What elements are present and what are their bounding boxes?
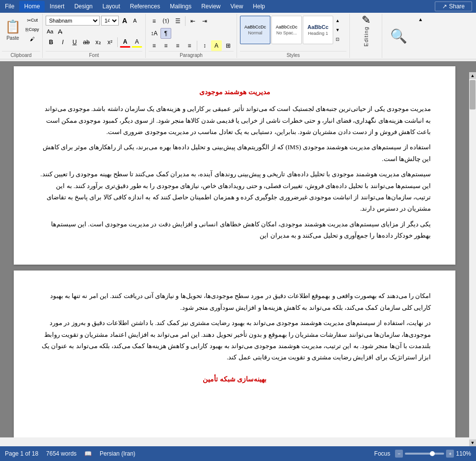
share-icon: ↗ [442,3,447,10]
style-no-spacing[interactable]: AaBbCcDc No Spac... [271,16,302,44]
styles-scroll-down[interactable]: ▼ [334,26,341,34]
align-right-button[interactable]: ≡ [172,40,183,51]
numbering-button[interactable]: ⑴ [160,16,171,27]
align-center-button[interactable]: ≡ [160,40,171,51]
justify-button[interactable]: ≡ [184,40,195,51]
align-left-button[interactable]: ≡ [149,40,159,51]
menu-layout[interactable]: Layout [98,1,125,12]
page-2-content: امکان را می‌دهند که بهصورت واقعی و بهموق… [38,290,431,385]
editing-group-label [353,57,379,58]
scrollbar-thumb[interactable] [470,80,476,109]
line-spacing-button[interactable]: ↕ [199,40,210,51]
paragraph-1-2: استفاده از سیستم‌های مدیریت هوشمند موجود… [38,141,431,164]
style-heading1-label: Heading 1 [308,31,328,36]
align-row: ≡ ≡ ≡ ≡ ↕ A ⊞ [149,40,234,51]
bullets-button[interactable]: ≡ [149,16,159,27]
scrollbar-down[interactable]: ▼ [469,439,476,446]
style-heading1[interactable]: AaBbCc Heading 1 [303,16,333,44]
show-formatting-button[interactable]: ¶ [160,28,171,39]
text-color-button[interactable]: A [120,37,131,48]
search-icon: 🔍 [390,28,407,44]
clipboard-buttons: 📋 Paste ✂ Cut ⎘ Copy 🖌 [2,16,40,51]
styles-expand[interactable]: ⊡ [334,35,341,43]
subscript-button[interactable]: x₂ [93,37,104,48]
zoom-slider-thumb [430,451,435,456]
menu-insert[interactable]: Insert [45,1,69,12]
multilevel-list-button[interactable]: ☰ [172,16,183,27]
format-painter-icon: 🖌 [30,36,35,42]
zoom-slider[interactable] [405,453,444,455]
italic-button[interactable]: I [57,37,68,48]
superscript-button[interactable]: x² [105,37,115,48]
zoom-level: 110% [456,450,471,457]
menu-file[interactable]: File [0,1,19,12]
menu-mailings[interactable]: Mailings [165,1,196,12]
clear-formatting-button[interactable]: A̶ [55,27,64,36]
styles-label: Styles [240,51,346,58]
collapse-ribbon-button[interactable]: ▲ [416,15,425,24]
page-info: Page 1 of 18 [5,450,38,457]
sort-button[interactable]: ↕A [149,28,159,39]
font-selector-row: Shabnam 14 A A [46,16,142,26]
underline-button[interactable]: U [69,37,80,48]
zoom-controls: − + 110% [395,450,471,458]
styles-scroll-up[interactable]: ▲ [334,17,341,25]
document-area[interactable]: مدیریت هوشمند موجودی مدیریت موجودی یکی ا… [0,61,476,437]
paragraph-label: Paragraph [149,51,234,58]
increase-indent-button[interactable]: ⇥ [199,16,210,27]
bold-button[interactable]: B [46,37,56,48]
paragraph-1-4: یکی دیگر از مزایای سیستم‌های مدیریت هوشم… [38,218,431,242]
status-right: Focus − + 110% [374,450,471,458]
paragraph-2-1: امکان را می‌دهند که بهصورت واقعی و بهموق… [38,290,431,313]
status-bar: Page 1 of 18 7654 words 📖 Persian (Iran)… [0,446,476,461]
strikethrough-button[interactable]: ab [81,37,92,48]
change-case-button[interactable]: Aa [46,27,54,36]
style-normal-preview: AaBbCcDc [244,25,266,29]
menu-design[interactable]: Design [69,1,97,12]
menu-view[interactable]: View [226,1,248,12]
font-size-select[interactable]: 14 [101,16,119,26]
ribbon: 📋 Paste ✂ Cut ⎘ Copy 🖌 Clipboard [0,13,476,59]
focus-button[interactable]: Focus [374,450,391,457]
cut-button[interactable]: ✂ Cut [25,16,40,25]
menu-help[interactable]: Help [248,1,270,12]
style-heading1-preview: AaBbCc [308,24,329,30]
proofing-icon: 📖 [84,450,92,457]
borders-button[interactable]: ⊞ [223,40,234,51]
format-painter-button[interactable]: 🖌 [25,34,40,43]
word-count: 7654 words [46,450,77,457]
share-button[interactable]: ↗ Share [435,1,472,11]
paste-icon: 📋 [5,19,21,34]
scrollbar-up[interactable]: ▲ [469,72,476,79]
increase-font-button[interactable]: A [120,16,129,25]
decrease-indent-button[interactable]: ⇤ [187,16,198,27]
editing-area: ✎ Editing [353,16,379,44]
styles-scroll-buttons: ▲ ▼ ⊡ [334,16,341,44]
font-format-row: B I U ab x₂ x² A A [46,37,142,48]
highlight-color-button[interactable]: A [132,37,142,48]
font-name-select[interactable]: Shabnam [46,16,100,26]
section-title-1: مدیریت هوشمند موجودی [38,86,431,98]
menu-review[interactable]: Review [196,1,225,12]
style-normal[interactable]: AaBbCcDc Normal [240,16,270,44]
decrease-font-button[interactable]: A [131,16,139,25]
editing-group: ✎ Editing [350,14,382,58]
copy-button[interactable]: ⎘ Copy [25,25,40,34]
editing-button[interactable]: ✎ Editing [354,16,378,44]
menu-home[interactable]: Home [19,1,45,12]
para-divider2 [197,41,197,51]
vertical-scrollbar[interactable]: ▲ ▼ [469,72,476,446]
cut-icon: ✂ [27,18,31,23]
clipboard-group: 📋 Paste ✂ Cut ⎘ Copy 🖌 Clipboard [0,14,43,58]
paragraph-2-2: در نهایت، استفاده از سیستم‌های مدیریت هو… [38,317,431,363]
zoom-in-button[interactable]: + [446,450,454,458]
styles-items: AaBbCcDc Normal AaBbCcDc No Spac... AaBb… [240,16,346,51]
zoom-out-button[interactable]: − [395,450,403,458]
search-button[interactable]: 🔍 [387,25,410,47]
shading-button[interactable]: A [211,40,222,51]
editing-icon: ✎ [362,14,370,27]
menu-references[interactable]: References [125,1,165,12]
style-no-spacing-label: No Spac... [276,30,297,35]
style-no-spacing-preview: AaBbCcDc [276,25,297,29]
paste-button[interactable]: 📋 Paste [2,16,24,44]
